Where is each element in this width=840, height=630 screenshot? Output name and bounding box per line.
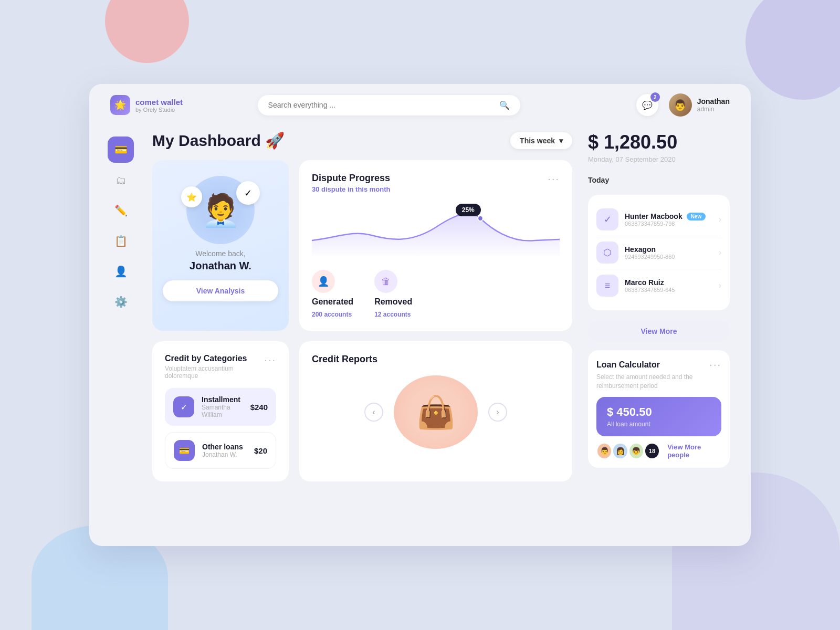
credit-categories-card: Credit by Categories Voluptatem accusant… (152, 341, 289, 481)
top-row: 🧑‍💼 ✓ ⭐ Welcome back, Jonathan W. View A… (152, 160, 572, 331)
dispute-title: Dispute Progress (312, 173, 391, 184)
dispute-stats: 👤 Generated 200 accounts 🗑 Removed (312, 270, 560, 318)
sidebar-item-edit[interactable]: ✏️ (108, 197, 134, 224)
user-name: Jonathan (697, 97, 730, 106)
right-panel: $ 1,280.50 Monday, 07 September 2020 Tod… (583, 126, 740, 536)
page-title: My Dashboard 🚀 (152, 131, 285, 150)
transactions-card: ✓ Hunter Macbook New 063873347859-798 › … (588, 195, 730, 310)
chart-area: 25% (312, 198, 560, 261)
search-bar[interactable]: 🔍 (258, 95, 520, 116)
sidebar-item-archive[interactable]: 🗂 (108, 167, 134, 193)
dispute-more-button[interactable]: ··· (548, 173, 560, 185)
header-right: 💬 2 👨 Jonathan admin (636, 93, 730, 117)
removed-icon: 🗑 (374, 270, 397, 293)
cat-amount-installment: $240 (250, 403, 268, 412)
removed-stat: 🗑 Removed 12 accounts (374, 270, 412, 318)
sidebar-item-settings[interactable]: ⚙️ (108, 289, 134, 315)
dispute-chart (312, 198, 560, 256)
sidebar-item-wallet[interactable]: 💳 (108, 136, 134, 163)
removed-label: Removed (374, 297, 412, 307)
avatar: 👨 (596, 443, 612, 459)
people-count: 18 (644, 443, 660, 459)
center-content: My Dashboard 🚀 This week ▾ 🧑‍💼 ✓ ⭐ Welco… (142, 126, 583, 536)
welcome-name: Jonathan W. (190, 260, 251, 272)
credit-next-button[interactable]: › (488, 403, 507, 422)
table-row[interactable]: ✓ Hunter Macbook New 063873347859-798 › (596, 203, 721, 236)
greeting-text: Welcome back, (195, 249, 245, 258)
table-row[interactable]: ≡ Marco Ruiz 063873347859-645 › (596, 269, 721, 302)
list-item[interactable]: 💳 Other loans Jonathan W. $20 (165, 432, 276, 469)
tx-num-marco: 063873347859-645 (625, 287, 712, 293)
removed-count: 12 accounts (374, 311, 412, 318)
loan-title: Loan Calculator (596, 360, 660, 370)
logo-icon: 🌟 (110, 95, 130, 115)
new-badge: New (687, 213, 706, 220)
notification-icon: 💬 (642, 100, 653, 110)
credit-prev-button[interactable]: ‹ (364, 403, 383, 422)
check-bubble: ✓ (236, 181, 260, 205)
tx-icon-marco: ≡ (596, 275, 618, 297)
list-item[interactable]: ✓ Installment Samantha William $240 (165, 388, 276, 426)
tx-icon-hexagon: ⬡ (596, 242, 618, 264)
cat-person-installment: Samantha William (202, 404, 243, 418)
generated-count: 200 accounts (312, 311, 353, 318)
loan-amount-label: All loan amount (607, 421, 711, 428)
main-layout: 💳 🗂 ✏️ 📋 👤 ⚙️ My Dashboard 🚀 This week ▾… (89, 126, 751, 546)
cat-name-other: Other loans (202, 443, 247, 451)
categories-more-button[interactable]: ··· (264, 354, 276, 366)
cat-person-other: Jonathan W. (202, 451, 247, 458)
chevron-down-icon: ▾ (559, 136, 563, 145)
user-info: 👨 Jonathan admin (669, 93, 730, 117)
logo-area: 🌟 comet wallet by Orely Studio (110, 95, 194, 115)
avatar: 👦 (628, 443, 644, 459)
tx-num-hexagon: 924693249950-860 (625, 254, 712, 260)
chevron-right-icon: › (719, 215, 721, 224)
credit-categories-title: Credit by Categories (165, 354, 264, 363)
star-bubble: ⭐ (181, 186, 202, 207)
cat-amount-other: $20 (254, 446, 267, 455)
balance-amount: $ 1,280.50 (588, 131, 730, 153)
search-input[interactable] (268, 101, 494, 109)
balance-date: Monday, 07 September 2020 (588, 155, 730, 163)
other-loans-icon: 💳 (174, 440, 195, 461)
generated-icon: 👤 (312, 270, 335, 293)
welcome-illustration: 🧑‍💼 ✓ ⭐ (186, 176, 255, 244)
avatar: 👩 (612, 443, 628, 459)
chevron-right-icon: › (719, 281, 721, 290)
dispute-period: in this month (348, 185, 391, 193)
loan-calculator-card: Loan Calculator ··· Select the amount ne… (588, 350, 730, 468)
sidebar-item-clipboard[interactable]: 📋 (108, 228, 134, 254)
tx-name-hexagon: Hexagon (625, 245, 712, 254)
welcome-card: 🧑‍💼 ✓ ⭐ Welcome back, Jonathan W. View A… (152, 160, 289, 331)
tx-name-hunter: Hunter Macbook New (625, 212, 712, 220)
page-header: My Dashboard 🚀 This week ▾ (152, 131, 572, 150)
notification-badge: 2 (650, 92, 660, 102)
tx-num-hunter: 063873347859-798 (625, 220, 712, 227)
credit-reports-card: Credit Reports ‹ 👜 › (299, 341, 572, 481)
balance-section: $ 1,280.50 Monday, 07 September 2020 (588, 131, 730, 163)
view-more-people-link[interactable]: View More people (667, 443, 721, 459)
dispute-count: 30 dispute (312, 185, 345, 193)
user-role: admin (697, 106, 730, 113)
sidebar-item-profile[interactable]: 👤 (108, 258, 134, 285)
week-selector[interactable]: This week ▾ (510, 132, 572, 149)
generated-stat: 👤 Generated 200 accounts (312, 270, 353, 318)
dispute-subtitle: 30 dispute in this month (312, 185, 391, 193)
chevron-right-icon: › (719, 248, 721, 257)
sidebar: 💳 🗂 ✏️ 📋 👤 ⚙️ (100, 126, 142, 536)
table-row[interactable]: ⬡ Hexagon 924693249950-860 › (596, 236, 721, 269)
week-label: This week (520, 136, 555, 145)
credit-report-illustration: 👜 (394, 375, 478, 449)
search-icon: 🔍 (499, 100, 510, 110)
dispute-card: Dispute Progress 30 dispute in this mont… (299, 160, 572, 331)
loan-more-button[interactable]: ··· (709, 359, 721, 371)
cat-name-installment: Installment (202, 395, 243, 404)
credit-categories-sub: Voluptatem accusantium doloremque (165, 365, 264, 380)
view-more-button[interactable]: View More (588, 321, 730, 342)
logo-name: comet wallet (135, 98, 183, 107)
avatar: 👨 (669, 93, 692, 117)
loan-amount-box: $ 450.50 All loan amount (596, 397, 721, 436)
loan-subtitle: Select the amount needed and the reimbur… (596, 373, 721, 391)
view-analysis-button[interactable]: View Analysis (163, 280, 278, 301)
notification-button[interactable]: 💬 2 (636, 94, 658, 116)
